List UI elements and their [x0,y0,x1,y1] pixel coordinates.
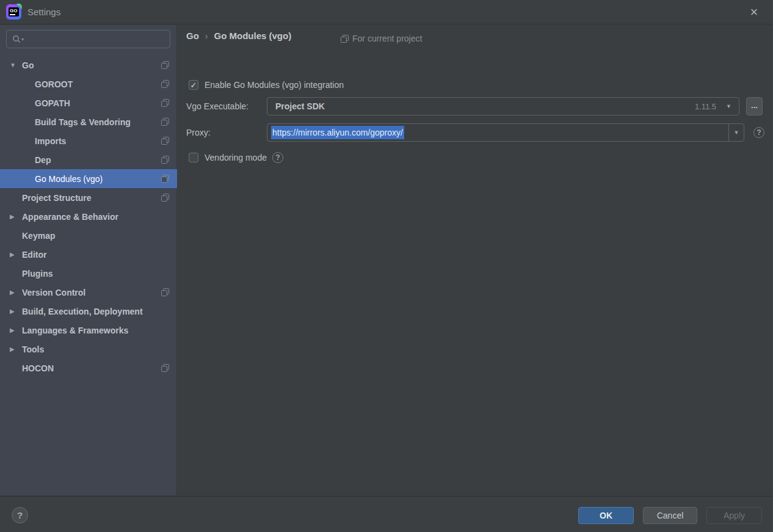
tree-item-label: Go [22,60,34,70]
search-input[interactable] [27,34,170,44]
sidebar-item-appearance-behavior[interactable]: ▶ Appearance & Behavior [0,207,177,226]
tree-item-label: GOPATH [35,98,70,108]
sidebar-item-plugins[interactable]: Plugins [0,264,177,283]
sidebar-item-project-structure[interactable]: Project Structure [0,188,177,207]
tree-expanded-arrow-icon[interactable]: ▼ [10,62,18,68]
project-level-icon [161,61,169,69]
scope-note-label: For current project [352,34,422,43]
breadcrumb: Go › Go Modules (vgo) [186,31,291,41]
tree-collapsed-arrow-icon[interactable]: ▶ [10,308,18,315]
proxy-label: Proxy: [186,123,211,142]
tree-collapsed-arrow-icon[interactable]: ▶ [10,327,18,333]
sidebar-item-go-modules-vgo[interactable]: Go Modules (vgo) [0,169,177,188]
tree-item-label: Tools [22,344,44,354]
tree-item-label: Version Control [22,288,85,297]
settings-search-field[interactable]: ▾ [6,30,170,48]
tree-item-label: Editor [22,250,46,260]
window-title: Settings [27,7,60,17]
tree-item-label: Build, Execution, Deployment [22,307,143,316]
proxy-input[interactable]: https://mirrors.aliyun.com/goproxy/ ▼ [267,123,744,142]
project-level-icon [161,364,169,372]
breadcrumb-parent[interactable]: Go [186,31,199,41]
chevron-down-icon: ▼ [734,129,739,136]
project-level-icon [341,35,349,43]
sidebar-item-build-tags-vendoring[interactable]: Build Tags & Vendoring [0,112,177,131]
vendoring-checkbox-box[interactable]: ✓ [189,153,198,162]
title-bar[interactable]: GO Settings × [0,0,773,24]
tree-item-label: Plugins [22,269,53,279]
tree-collapsed-arrow-icon[interactable]: ▶ [10,289,18,296]
proxy-value[interactable]: https://mirrors.aliyun.com/goproxy/ [271,126,404,139]
tree-item-label: Go Modules (vgo) [35,174,103,184]
proxy-help-icon[interactable]: ? [753,127,764,138]
settings-content-panel: Go › Go Modules (vgo) For current projec… [177,25,773,495]
logo-text: GO [10,9,17,13]
project-level-icon [161,175,169,183]
tree-collapsed-arrow-icon[interactable]: ▶ [10,346,18,352]
sidebar-item-editor[interactable]: ▶ Editor [0,245,177,264]
project-level-icon [161,194,169,202]
tree-item-label: Dep [35,155,51,165]
vendoring-help-icon[interactable]: ? [272,152,283,163]
vendoring-checkbox-label[interactable]: Vendoring mode [205,153,267,162]
sidebar-item-hocon[interactable]: HOCON [0,359,177,377]
ok-button[interactable]: OK [578,507,634,524]
search-icon [12,35,21,43]
tree-collapsed-arrow-icon[interactable]: ▶ [10,251,18,258]
project-level-icon [161,99,169,107]
sidebar-item-languages-frameworks[interactable]: ▶ Languages & Frameworks [0,321,177,340]
sidebar-item-goroot[interactable]: GOROOT [0,75,177,93]
sidebar-item-build-execution-deployment[interactable]: ▶ Build, Execution, Deployment [0,302,177,321]
sidebar-item-go[interactable]: ▼ Go [0,56,177,75]
tree-item-label: GOROOT [35,79,73,89]
close-icon[interactable]: × [746,4,762,20]
tree-collapsed-arrow-icon[interactable]: ▶ [10,213,18,220]
settings-tree: ▼ Go GOROOT GOPATH Build Tags & V [0,56,177,377]
project-level-icon [161,137,169,145]
tree-item-label: Keymap [22,231,55,241]
breadcrumb-current: Go Modules (vgo) [214,31,292,41]
sidebar-item-keymap[interactable]: Keymap [0,226,177,245]
breadcrumb-separator-icon: › [205,31,208,41]
dialog-footer: ? OK Cancel Apply [0,496,773,532]
project-level-icon [161,288,169,296]
search-history-dropdown-icon[interactable]: ▾ [21,37,24,42]
tree-item-label: Build Tags & Vendoring [35,117,131,127]
sidebar-item-tools[interactable]: ▶ Tools [0,340,177,359]
tree-item-label: Imports [35,136,66,146]
sidebar-item-dep[interactable]: Dep [0,150,177,169]
help-button[interactable]: ? [12,507,28,523]
goland-logo-icon: GO [6,4,21,20]
tree-item-label: Project Structure [22,193,92,203]
settings-sidebar: ▾ ▼ Go GOROOT GOPATH [0,25,177,495]
project-level-icon [161,118,169,126]
sidebar-item-gopath[interactable]: GOPATH [0,93,177,112]
tree-item-label: HOCON [22,363,54,373]
sidebar-item-imports[interactable]: Imports [0,131,177,150]
project-level-icon [161,156,169,164]
tree-item-label: Appearance & Behavior [22,212,118,222]
project-level-icon [161,80,169,88]
sidebar-item-version-control[interactable]: ▶ Version Control [0,283,177,302]
vendoring-row: ✓ Vendoring mode ? [177,148,773,167]
proxy-dropdown-button[interactable]: ▼ [728,124,744,141]
scope-note: For current project [341,34,422,43]
cancel-button[interactable]: Cancel [643,507,697,524]
tree-item-label: Languages & Frameworks [22,326,128,335]
apply-button[interactable]: Apply [706,507,762,524]
